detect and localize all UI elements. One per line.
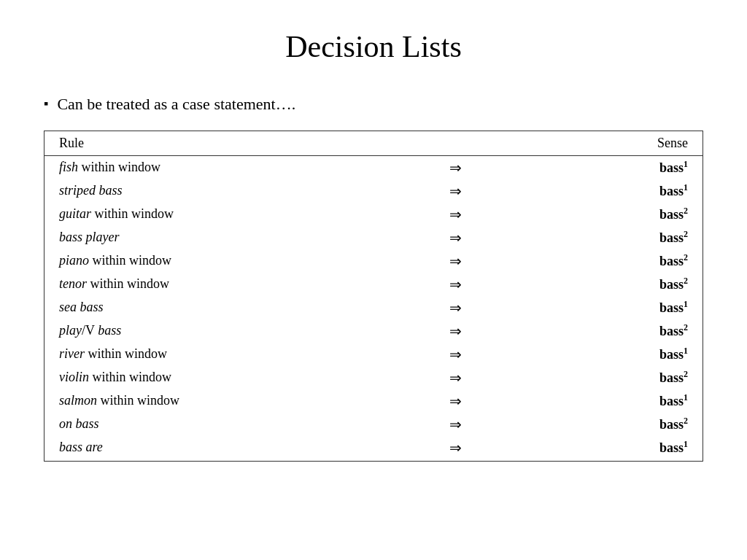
arrow-cell: ⇒: [406, 203, 505, 226]
sense-cell: bass1: [506, 389, 703, 413]
table-row: fish within window⇒bass1: [44, 155, 703, 179]
rule-cell: bass player: [44, 226, 407, 249]
table-row: salmon within window⇒bass1: [44, 389, 703, 413]
bullet-marker: ▪: [44, 95, 48, 113]
rule-cell: fish within window: [44, 155, 407, 179]
table-header-row: Rule Sense: [44, 131, 703, 155]
arrow-cell: ⇒: [406, 319, 505, 343]
arrow-cell: ⇒: [406, 249, 505, 273]
arrow-header: [406, 131, 505, 155]
sense-cell: bass1: [506, 179, 703, 203]
table-row: piano within window⇒bass2: [44, 249, 703, 273]
rule-cell: violin within window: [44, 366, 407, 389]
rule-cell: striped bass: [44, 179, 407, 203]
rule-cell: bass are: [44, 436, 407, 462]
rule-cell: river within window: [44, 343, 407, 366]
sense-cell: bass2: [506, 413, 703, 436]
table-row: sea bass⇒bass1: [44, 296, 703, 319]
sense-cell: bass2: [506, 249, 703, 273]
arrow-cell: ⇒: [406, 226, 505, 249]
sense-cell: bass2: [506, 273, 703, 296]
table-row: striped bass⇒bass1: [44, 179, 703, 203]
sense-cell: bass1: [506, 436, 703, 462]
rule-cell: guitar within window: [44, 203, 407, 226]
table-row: play/V bass⇒bass2: [44, 319, 703, 343]
sense-cell: bass1: [506, 343, 703, 366]
arrow-cell: ⇒: [406, 389, 505, 413]
table-row: violin within window⇒bass2: [44, 366, 703, 389]
arrow-cell: ⇒: [406, 155, 505, 179]
rule-cell: on bass: [44, 413, 407, 436]
table-row: guitar within window⇒bass2: [44, 203, 703, 226]
sense-cell: bass2: [506, 203, 703, 226]
table-row: bass player⇒bass2: [44, 226, 703, 249]
table-row: bass are⇒bass1: [44, 436, 703, 462]
sense-cell: bass1: [506, 296, 703, 319]
rule-cell: play/V bass: [44, 319, 407, 343]
sense-cell: bass1: [506, 155, 703, 179]
arrow-cell: ⇒: [406, 179, 505, 203]
rule-cell: sea bass: [44, 296, 407, 319]
rule-header: Rule: [44, 131, 407, 155]
sense-cell: bass2: [506, 319, 703, 343]
page-title: Decision Lists: [44, 29, 703, 64]
rule-cell: piano within window: [44, 249, 407, 273]
arrow-cell: ⇒: [406, 366, 505, 389]
table-row: on bass⇒bass2: [44, 413, 703, 436]
decision-table: Rule Sense fish within window⇒bass1strip…: [44, 131, 703, 462]
sense-cell: bass2: [506, 226, 703, 249]
arrow-cell: ⇒: [406, 273, 505, 296]
bullet-item: ▪ Can be treated as a case statement….: [44, 93, 703, 116]
arrow-cell: ⇒: [406, 343, 505, 366]
arrow-cell: ⇒: [406, 436, 505, 462]
sense-cell: bass2: [506, 366, 703, 389]
table-row: river within window⇒bass1: [44, 343, 703, 366]
rule-cell: tenor within window: [44, 273, 407, 296]
rule-cell: salmon within window: [44, 389, 407, 413]
sense-header: Sense: [506, 131, 703, 155]
bullet-text: Can be treated as a case statement….: [57, 93, 295, 116]
table-row: tenor within window⇒bass2: [44, 273, 703, 296]
arrow-cell: ⇒: [406, 296, 505, 319]
arrow-cell: ⇒: [406, 413, 505, 436]
